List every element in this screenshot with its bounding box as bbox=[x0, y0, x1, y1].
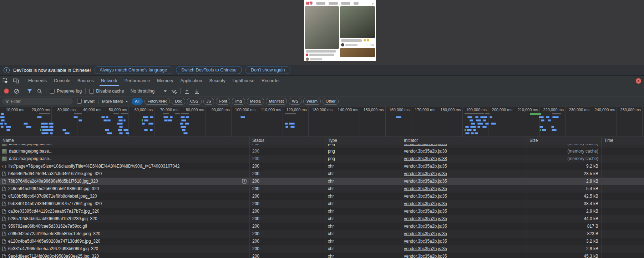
initiator-link[interactable]: vendor.3bc35a2b.js:35 bbox=[404, 179, 447, 184]
network-request-row[interactable]: 6e381c47968e4ee5aa2f672d98b606bf.jpg_320… bbox=[0, 245, 644, 253]
tab-performance[interactable]: Performance bbox=[121, 76, 154, 86]
filter-chip-wasm[interactable]: Wasm bbox=[303, 98, 321, 105]
request-name-cell[interactable]: data:image/png;base... bbox=[0, 144, 250, 148]
initiator-link[interactable]: vendor.3bc35a2b.js:35 bbox=[404, 209, 447, 214]
column-header-name[interactable]: Name bbox=[0, 137, 250, 144]
throttling-select[interactable]: No throttling bbox=[131, 89, 167, 94]
tab-memory[interactable]: Memory bbox=[153, 76, 177, 86]
match-chrome-language-button[interactable]: Always match Chrome's language bbox=[95, 66, 173, 74]
initiator-link[interactable]: vendor.3bc35a2b.js:38 bbox=[404, 156, 447, 161]
network-request-row[interactable]: data:image/png;base...200pngvendor.3bc35… bbox=[0, 144, 644, 148]
open-preview-icon[interactable] bbox=[242, 179, 247, 184]
request-name-cell[interactable]: 2c8e5945c90945c2b6090a5619886dbf.jpg_320 bbox=[0, 185, 250, 193]
network-overview-timeline[interactable]: 10,000 ms20,000 ms30,000 ms40,000 ms50,0… bbox=[0, 106, 644, 137]
invert-checkbox[interactable]: Invert bbox=[77, 99, 95, 104]
request-name-cell[interactable]: ca3ce03395cd44119c23eaab97a17b7c.jpg_320 bbox=[0, 208, 250, 215]
tab-network[interactable]: Network bbox=[97, 76, 121, 86]
network-request-row[interactable]: 2c8e5945c90945c2b6090a5619886dbf.jpg_320… bbox=[0, 185, 644, 193]
initiator-link[interactable]: vendor.3bc35a2b.js:35 bbox=[404, 171, 447, 176]
request-name-cell[interactable]: 9eb8401045074394960fc80375777861.jpeg_32… bbox=[0, 200, 250, 208]
record-network-log-button[interactable] bbox=[3, 88, 10, 94]
column-header-time[interactable]: Time bbox=[602, 137, 644, 144]
network-request-row[interactable]: b8d64625d6424e94aa32cf5d4616a16e.jpeg_32… bbox=[0, 170, 644, 178]
network-request-row[interactable]: c095042ed72a4195aefe895580ec1efe.jpeg_32… bbox=[0, 230, 644, 238]
request-name-cell[interactable]: b2857f2b84b64aab906699af1b2bf239.jpg_320 bbox=[0, 215, 250, 223]
filter-chip-manifest[interactable]: Manifest bbox=[266, 98, 287, 105]
initiator-link[interactable]: vendor.3bc35a2b.js:35 bbox=[404, 246, 447, 251]
dont-show-again-button[interactable]: Don't show again bbox=[245, 66, 290, 74]
network-request-row[interactable]: df188b5f8cb6437d9871ef9fb8d4abef.jpeg_32… bbox=[0, 193, 644, 200]
switch-devtools-chinese-button[interactable]: Switch DevTools to Chinese bbox=[176, 66, 242, 74]
network-request-row[interactable]: ca3ce03395cd44119c23eaab97a17b7c.jpg_320… bbox=[0, 208, 644, 215]
network-request-row[interactable]: 959782ea86fb40fcae5d30162e7a59cc.gif200x… bbox=[0, 223, 644, 230]
initiator-link[interactable]: vendor.3bc35a2b.js:38 bbox=[404, 144, 447, 146]
inspect-element-icon[interactable] bbox=[2, 78, 9, 84]
filter-input[interactable]: Filter bbox=[2, 98, 73, 105]
network-conditions-icon[interactable] bbox=[171, 88, 177, 94]
tab-lighthouse[interactable]: Lighthouse bbox=[229, 76, 258, 86]
request-name-cell[interactable]: data:image/png;base... bbox=[0, 155, 250, 163]
network-request-row[interactable]: 76b37649ca2c40a99680ef6d5b1f7618.jpg_320… bbox=[0, 178, 644, 185]
request-name-cell[interactable]: b8d64625d6424e94aa32cf5d4616a16e.jpeg_32… bbox=[0, 170, 250, 178]
filter-chip-img[interactable]: Img bbox=[232, 98, 245, 105]
feed-card[interactable] bbox=[305, 6, 339, 61]
filter-chip-media[interactable]: Media bbox=[247, 98, 264, 105]
filter-chip-js[interactable]: JS bbox=[203, 98, 214, 105]
column-header-type[interactable]: Type bbox=[325, 137, 401, 144]
filter-chip-ws[interactable]: WS bbox=[289, 98, 301, 105]
initiator-link[interactable]: vendor.3bc35a2b.js:35 bbox=[404, 216, 447, 221]
filter-toggle-icon[interactable] bbox=[26, 88, 33, 94]
filter-chip-font[interactable]: Font bbox=[216, 98, 230, 105]
network-request-row[interactable]: 9ac4d8eec7124fd09d8c49583a93ee25.jpg_320… bbox=[0, 253, 644, 258]
initiator-link[interactable]: vendor.3bc35a2b.js:35 bbox=[404, 254, 447, 258]
filter-chip-doc[interactable]: Doc bbox=[172, 98, 185, 105]
nav-tab-active[interactable]: 推荐 bbox=[306, 1, 313, 6]
column-header-status[interactable]: Status bbox=[250, 137, 325, 144]
network-request-row[interactable]: e120c4ba5d04465e98288a747138d69c.jpg_320… bbox=[0, 238, 644, 245]
column-header-initiator[interactable]: Initiator bbox=[401, 137, 527, 144]
column-header-size[interactable]: Size bbox=[527, 137, 602, 144]
initiator-link[interactable]: vendor.3bc35a2b.js:35 bbox=[404, 186, 447, 191]
initiator-link[interactable]: vendor.3bc35a2b.js:35 bbox=[404, 164, 447, 169]
request-name-cell[interactable]: 9ac4d8eec7124fd09d8c49583a93ee25.jpg_320 bbox=[0, 253, 250, 258]
request-name-cell[interactable]: 959782ea86fb40fcae5d30162e7a59cc.gif bbox=[0, 223, 250, 230]
initiator-link[interactable]: vendor.3bc35a2b.js:35 bbox=[404, 224, 447, 229]
tab-elements[interactable]: Elements bbox=[25, 76, 50, 86]
network-request-row[interactable]: data:image/png;base...200pngvendor.3bc35… bbox=[0, 148, 644, 155]
toggle-device-toolbar-icon[interactable] bbox=[13, 78, 19, 84]
nav-tab-placeholder[interactable] bbox=[329, 2, 338, 5]
request-name-cell[interactable]: 6e381c47968e4ee5aa2f672d98b606bf.jpg_320 bbox=[0, 245, 250, 253]
tab-recorder[interactable]: Recorder bbox=[258, 76, 283, 86]
nav-tab-placeholder[interactable] bbox=[354, 2, 359, 5]
request-name-cell[interactable]: 76b37649ca2c40a99680ef6d5b1f7618.jpg_320 bbox=[0, 178, 250, 185]
request-name-cell[interactable]: e120c4ba5d04465e98288a747138d69c.jpg_320 bbox=[0, 238, 250, 245]
nav-tab-placeholder[interactable] bbox=[316, 2, 325, 5]
initiator-link[interactable]: vendor.3bc35a2b.js:35 bbox=[404, 239, 447, 244]
preserve-log-checkbox[interactable]: Preserve log bbox=[50, 89, 82, 94]
network-request-row[interactable]: data:image/png;base...200pngvendor.3bc35… bbox=[0, 155, 644, 163]
more-filters-button[interactable]: More filters bbox=[102, 99, 128, 104]
initiator-link[interactable]: vendor.3bc35a2b.js:35 bbox=[404, 231, 447, 236]
filter-chip-css[interactable]: CSS bbox=[187, 98, 202, 105]
chevron-down-icon[interactable]: ∨ bbox=[371, 2, 374, 5]
nav-tab-placeholder[interactable] bbox=[341, 2, 350, 5]
error-count-badge[interactable]: × bbox=[636, 78, 641, 84]
feed-card[interactable]: ♡ 778 bbox=[340, 6, 375, 57]
request-name-cell[interactable]: { }list?page=7&pageSize=10&classifyTitle… bbox=[0, 163, 250, 170]
initiator-link[interactable]: vendor.3bc35a2b.js:35 bbox=[404, 194, 447, 199]
filter-chip-fetch-xhr[interactable]: Fetch/XHR bbox=[144, 98, 170, 105]
network-request-row[interactable]: 9eb8401045074394960fc80375777861.jpeg_32… bbox=[0, 200, 644, 208]
tab-security[interactable]: Security bbox=[206, 76, 229, 86]
export-har-icon[interactable] bbox=[194, 88, 200, 94]
disable-cache-checkbox[interactable]: Disable cache bbox=[89, 89, 124, 94]
import-har-icon[interactable] bbox=[184, 88, 190, 94]
filter-chip-other[interactable]: Other bbox=[323, 98, 339, 105]
initiator-link[interactable]: vendor.3bc35a2b.js:35 bbox=[404, 201, 447, 206]
tab-application[interactable]: Application bbox=[177, 76, 206, 86]
search-icon[interactable] bbox=[36, 88, 43, 94]
tab-sources[interactable]: Sources bbox=[74, 76, 97, 86]
filter-chip-all[interactable]: All bbox=[132, 98, 142, 105]
tab-console[interactable]: Console bbox=[50, 76, 74, 86]
like-count[interactable]: ♡ 778 bbox=[366, 43, 374, 46]
initiator-link[interactable]: vendor.3bc35a2b.js:38 bbox=[404, 149, 447, 154]
